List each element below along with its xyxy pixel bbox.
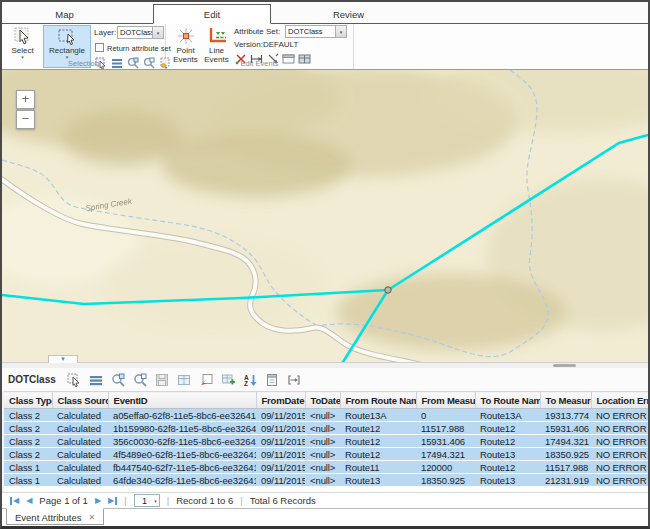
ribbon: Select ▾ Rectangle ▾ Layer: DOTClass ▾ R <box>2 24 648 70</box>
return-attribute-set-checkbox[interactable] <box>95 43 104 52</box>
pan-to-selected-icon[interactable] <box>132 372 148 388</box>
page-number-combobox[interactable]: 1 ▾ <box>134 494 160 507</box>
panel-splitter[interactable]: ▼ <box>2 362 648 368</box>
map-zoom-control: + − <box>16 90 35 129</box>
table-toolbar: DOTClass AZ <box>2 368 648 391</box>
table-row[interactable]: Class 2Calculateda05effa0-62f8-11e5-8bc6… <box>4 409 650 422</box>
col-class-type[interactable]: Class Type <box>4 392 52 409</box>
point-events-label-1: Point <box>176 47 194 55</box>
map-viewport[interactable]: Spring Creek + − <box>2 70 648 362</box>
table-select-icon[interactable] <box>66 372 82 388</box>
point-events-icon <box>175 26 197 46</box>
attribute-set-combobox[interactable]: DOTClass ▾ <box>285 25 347 38</box>
zoom-out-button[interactable]: − <box>16 110 35 129</box>
switch-table-icon[interactable] <box>176 372 192 388</box>
tab-map[interactable]: Map <box>22 5 107 23</box>
sort-icon[interactable]: AZ <box>242 372 258 388</box>
layer-label: Layer: <box>94 28 116 37</box>
save-icon[interactable] <box>154 372 170 388</box>
col-eventid[interactable]: EventID <box>108 392 256 409</box>
edit-events-group: Point Events Line Events Attribute Set: … <box>166 24 354 69</box>
line-events-icon <box>206 26 228 46</box>
layer-combobox[interactable]: DOTClass ▾ <box>117 26 164 39</box>
first-page-button[interactable]: ◀ <box>10 497 19 505</box>
page-number-value: 1 <box>135 496 154 506</box>
col-to-measure[interactable]: To Measure <box>540 392 591 409</box>
attribute-set-dropdown-icon[interactable]: ▾ <box>335 26 346 37</box>
collapse-triangle-icon: ▼ <box>60 356 66 362</box>
ribbon-tabbar: Map Edit Review <box>2 2 648 24</box>
col-fromdate[interactable]: FromDate <box>256 392 305 409</box>
line-events-label-1: Line <box>209 47 224 55</box>
attribute-set-value: DOTClass <box>286 27 335 36</box>
table-row[interactable]: Class 2Calculated4f5489e0-62f8-11e5-8bc6… <box>4 448 650 461</box>
total-records-text: Total 6 Records <box>250 495 316 506</box>
select-cursor-icon <box>13 26 33 46</box>
pager-separator: | <box>167 495 169 506</box>
col-from-measure[interactable]: From Measure <box>416 392 475 409</box>
col-todate[interactable]: ToDate <box>305 392 340 409</box>
record-range-text: Record 1 to 6 <box>176 495 233 506</box>
map-hscrollbar-thumb[interactable] <box>553 364 576 367</box>
tab-edit[interactable]: Edit <box>153 4 271 24</box>
selection-group: Select ▾ Rectangle ▾ Layer: DOTClass ▾ R <box>2 24 166 69</box>
close-icon[interactable]: ✕ <box>89 513 96 522</box>
map-canvas: Spring Creek <box>2 70 648 362</box>
return-attribute-set-label: Return attribute set <box>107 44 171 53</box>
tab-review[interactable]: Review <box>301 5 396 23</box>
tab-event-attributes[interactable]: Event Attributes ✕ <box>6 508 104 525</box>
table-row[interactable]: Class 2Calculated1b159980-62f8-11e5-8bc6… <box>4 422 650 435</box>
col-to-route-name[interactable]: To Route Name <box>475 392 540 409</box>
pager-separator: | <box>240 495 242 506</box>
col-from-route-name[interactable]: From Route Name <box>340 392 416 409</box>
record-pager: ◀ ◀ Page 1 of 1 ▶ ▶ | 1 ▾ | Record 1 to … <box>2 492 648 508</box>
route-junction-marker[interactable] <box>385 287 391 293</box>
bottom-tabbar: Event Attributes ✕ <box>2 508 648 526</box>
page-text: Page 1 of 1 <box>39 495 88 506</box>
last-page-button[interactable]: ▶ <box>108 497 117 505</box>
selection-group-label: Selection <box>2 59 165 68</box>
report-icon[interactable] <box>264 372 280 388</box>
zoom-to-selected-icon[interactable] <box>110 372 126 388</box>
table-row[interactable]: Class 2Calculated356c0030-62f8-11e5-8bc6… <box>4 435 650 448</box>
attribute-table: Class Type Class Source EventID FromDate… <box>4 391 650 487</box>
app-window: Map Edit Review Select ▾ <box>0 0 650 529</box>
rectangle-select-icon <box>57 26 77 46</box>
pager-separator: | <box>124 495 126 506</box>
collapse-panel-button[interactable]: ▼ <box>48 355 78 363</box>
measure-records-icon[interactable] <box>286 372 302 388</box>
table-row[interactable]: Class 1Calculated64fde340-62f8-11e5-8bc6… <box>4 474 650 487</box>
svg-text:Z: Z <box>244 380 248 387</box>
previous-page-button[interactable]: ◀ <box>26 497 32 505</box>
table-row[interactable]: Class 1Calculatedfb447540-62f7-11e5-8bc6… <box>4 461 650 474</box>
edit-events-group-label: Edit Events <box>166 59 353 68</box>
event-attributes-tab-label: Event Attributes <box>15 512 82 523</box>
layer-dropdown-icon[interactable]: ▾ <box>152 27 163 38</box>
col-location-error[interactable]: Location Error <box>591 392 650 409</box>
zoom-in-button[interactable]: + <box>16 90 35 109</box>
table-header-row: Class Type Class Source EventID FromDate… <box>4 392 650 409</box>
add-records-icon[interactable] <box>220 372 236 388</box>
export-records-icon[interactable] <box>198 372 214 388</box>
version-label: Version:DEFAULT <box>234 40 298 49</box>
attribute-set-label: Attribute Set: <box>234 27 280 36</box>
col-class-source[interactable]: Class Source <box>52 392 108 409</box>
layer-value: DOTClass <box>118 28 152 37</box>
next-page-button[interactable]: ▶ <box>95 497 101 505</box>
page-number-dropdown-icon: ▾ <box>154 498 159 504</box>
table-options-icon[interactable] <box>88 372 104 388</box>
table-title: DOTClass <box>8 374 56 385</box>
attribute-table-container: Class Type Class Source EventID FromDate… <box>2 391 648 492</box>
